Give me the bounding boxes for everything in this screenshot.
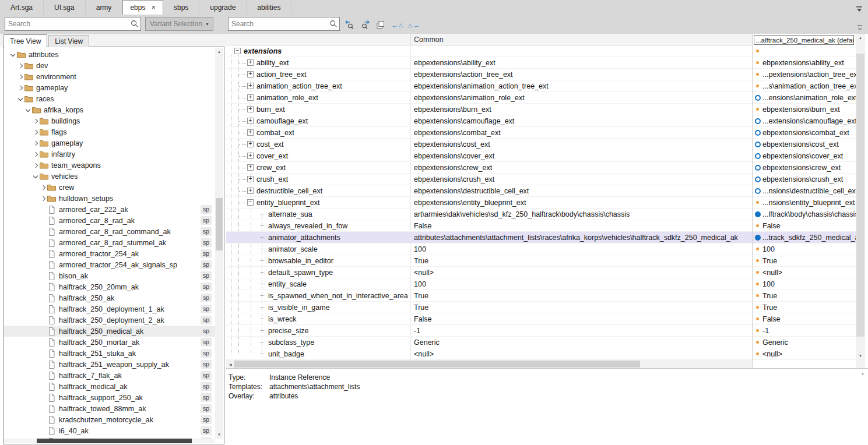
collapse-expander-icon[interactable]: − xyxy=(247,199,254,206)
tree-item-team_weapons[interactable]: team_weapons xyxy=(4,160,215,171)
scrollbar-thumb[interactable] xyxy=(216,198,223,250)
expand-expander-icon[interactable]: + xyxy=(247,141,254,147)
collapse-expander-icon[interactable]: − xyxy=(234,48,241,54)
next-difference-button[interactable]: △ → xyxy=(406,19,421,31)
overlay-row-ability_ext[interactable]: ebpextensions\ability_ext xyxy=(753,57,856,69)
tab-army[interactable]: army xyxy=(86,0,123,15)
tree-item-halftrack_250_medical_ak[interactable]: halftrack_250_medical_aksp xyxy=(4,326,215,337)
expand-expander-icon[interactable]: + xyxy=(247,83,254,89)
overlay-row-crush_ext[interactable]: ebpextensions\crush_ext xyxy=(753,174,856,185)
tree-item-halftrack_7_flak_ak[interactable]: halftrack_7_flak_aksp xyxy=(4,370,215,381)
tree-item-buildings[interactable]: buildings xyxy=(4,115,215,126)
tree-item-bison_ak[interactable]: bison_aksp xyxy=(4,270,215,281)
expand-chevron-icon[interactable] xyxy=(31,164,39,167)
tree-horizontal-scrollbar[interactable] xyxy=(4,439,215,443)
scroll-down-icon[interactable]: ▼ xyxy=(856,352,865,360)
tab-sbps[interactable]: sbps xyxy=(163,0,199,15)
expand-chevron-icon[interactable] xyxy=(31,142,39,145)
tree-item-afrika_korps[interactable]: afrika_korps xyxy=(4,104,215,115)
collapse-chevron-icon[interactable] xyxy=(9,54,16,56)
expand-chevron-icon[interactable] xyxy=(31,130,39,134)
collapse-chevron-icon[interactable] xyxy=(16,98,24,100)
overlay-row-burn_ext[interactable]: ebpextensions\burn_ext xyxy=(753,104,856,115)
tree-item-vehicles[interactable]: vehicles xyxy=(4,171,215,182)
tree-item-halftrack_251_stuka_ak[interactable]: halftrack_251_stuka_aksp xyxy=(4,348,215,359)
scrollbar-thumb[interactable] xyxy=(37,439,192,443)
tree-item-races[interactable]: races xyxy=(4,93,215,104)
overlay-row-is_wreck[interactable]: False xyxy=(753,313,856,325)
expand-chevron-icon[interactable] xyxy=(16,75,24,79)
grid-search-input[interactable] xyxy=(229,20,328,28)
overlay-row-entity_scale[interactable]: 100 xyxy=(753,278,856,290)
overlay-row-animator_attachments[interactable]: ...track_sdkfz_250_medical_ak xyxy=(753,232,856,243)
tree-item-kradschutzen_motorcycle_ak[interactable]: kradschutzen_motorcycle_aksp xyxy=(4,414,215,425)
tab-ui-sga[interactable]: UI.sga xyxy=(44,0,86,15)
tree-item-environment[interactable]: environment xyxy=(4,71,215,82)
overlay-row-unit_badge[interactable]: <null> xyxy=(753,348,856,360)
scroll-up-icon[interactable]: ▲ xyxy=(215,48,223,56)
tree-search-input[interactable] xyxy=(5,20,129,28)
tree-item-halftrack_250_mortar_ak[interactable]: halftrack_250_mortar_aksp xyxy=(4,337,215,348)
previous-difference-button[interactable]: ← △ xyxy=(389,19,405,31)
overlay-row-camouflage_ext[interactable]: ...extensions\camouflage_ext xyxy=(753,115,856,127)
overlay-row-animator_scale[interactable]: 100 xyxy=(753,243,856,255)
collapse-chevron-icon[interactable] xyxy=(24,109,31,111)
tree-item-dev[interactable]: dev xyxy=(4,60,215,71)
overlay-row-cover_ext[interactable]: ebpextensions\cover_ext xyxy=(753,150,856,162)
expand-chevron-icon[interactable] xyxy=(16,86,24,90)
expand-chevron-icon[interactable] xyxy=(31,153,39,156)
view-tab-list-view[interactable]: List View xyxy=(48,35,89,47)
copy-button[interactable] xyxy=(374,19,388,31)
grid-vertical-scrollbar[interactable]: ▲ ▼ xyxy=(856,34,865,360)
overlay-row-animation_action_tree_ext[interactable]: ...s\animation_action_tree_ext xyxy=(753,80,856,92)
expand-expander-icon[interactable]: + xyxy=(247,153,254,159)
expand-expander-icon[interactable]: + xyxy=(247,94,254,101)
tab-upgrade[interactable]: upgrade xyxy=(199,0,247,15)
tree-item-gameplay[interactable]: gameplay xyxy=(4,137,215,149)
tab-ebps[interactable]: ebps✕ xyxy=(122,0,163,15)
tree-item-halftrack_251_weapon_supply_ak[interactable]: halftrack_251_weapon_supply_aksp xyxy=(4,359,215,370)
overlay-row-destructible_cell_ext[interactable]: ...nsions\destructible_cell_ext xyxy=(753,185,856,197)
overlay-row-subclass_type[interactable]: Generic xyxy=(753,337,856,348)
overlay-row-entity_blueprint_ext[interactable]: ...nsions\entity_blueprint_ext xyxy=(753,197,856,209)
expand-expander-icon[interactable]: + xyxy=(247,188,254,194)
overlay-row-always_revealed_in_fow[interactable]: False xyxy=(753,220,856,232)
scroll-up-icon[interactable]: ▲ xyxy=(856,34,865,42)
overlay-row-precise_size[interactable]: -1 xyxy=(753,325,856,337)
expand-expander-icon[interactable]: + xyxy=(247,129,254,136)
overlay-row-alternate_sua[interactable]: ...lftrack\body\chassis\chassis xyxy=(753,209,856,220)
tree-item-halftrack_towed_88mm_ak[interactable]: halftrack_towed_88mm_aksp xyxy=(4,403,215,414)
scrollbar-thumb[interactable] xyxy=(234,361,640,368)
expand-chevron-icon[interactable] xyxy=(39,197,47,200)
expand-expander-icon[interactable]: + xyxy=(247,106,254,112)
expand-chevron-icon[interactable] xyxy=(31,119,39,123)
expand-chevron-icon[interactable] xyxy=(39,186,47,189)
variant-selection-dropdown[interactable]: Variant Selection ▼ xyxy=(145,17,213,31)
find-next-button[interactable] xyxy=(358,19,372,31)
overlay-row-default_spawn_type[interactable]: <null> xyxy=(753,267,856,278)
find-previous-button[interactable] xyxy=(343,19,357,31)
tree-item-infantry[interactable]: infantry xyxy=(4,149,215,160)
overlay-row-crew_ext[interactable]: ebpextensions\crew_ext xyxy=(753,162,856,174)
overlay-row-animation_role_ext[interactable]: ...ensions\animation_role_ext xyxy=(753,92,856,104)
tree-item-l6_40_ak[interactable]: l6_40_aksp xyxy=(4,425,215,436)
expand-expander-icon[interactable]: + xyxy=(247,71,254,77)
pin-tab-list-icon[interactable] xyxy=(856,4,863,15)
tree-item-armored_car_8_rad_command_ak[interactable]: armored_car_8_rad_command_aksp xyxy=(4,226,215,237)
tree-item-flags[interactable]: flags xyxy=(4,126,215,137)
tree-item-armored_tractor_254_ak_signals_sp[interactable]: armored_tractor_254_ak_signals_spsp xyxy=(4,259,215,270)
tree-item-armored_car_222_ak[interactable]: armored_car_222_aksp xyxy=(4,204,215,215)
expand-expander-icon[interactable]: + xyxy=(247,176,254,182)
tree-vertical-scrollbar[interactable]: ▲ ▼ xyxy=(215,48,223,439)
tab-close-icon[interactable]: ✕ xyxy=(151,5,156,10)
overlay-row-combat_ext[interactable]: ebpextensions\combat_ext xyxy=(753,127,856,139)
tab-art-sga[interactable]: Art.sga xyxy=(0,0,44,15)
tree-item-halftrack_250_20mm_ak[interactable]: halftrack_250_20mm_aksp xyxy=(4,281,215,292)
expand-expander-icon[interactable]: + xyxy=(247,164,254,171)
tree-item-halftrack_250_deployment_2_ak[interactable]: halftrack_250_deployment_2_aksp xyxy=(4,315,215,326)
scrollbar-thumb[interactable] xyxy=(856,54,865,337)
tree-item-halftrack_medical_ak[interactable]: halftrack_medical_aksp xyxy=(4,381,215,392)
tree-item-halftrack_250_ak[interactable]: halftrack_250_aksp xyxy=(4,292,215,303)
tree-item-armored_car_8_rad_stummel_ak[interactable]: armored_car_8_rad_stummel_aksp xyxy=(4,237,215,248)
collapse-chevron-icon[interactable] xyxy=(31,175,39,178)
